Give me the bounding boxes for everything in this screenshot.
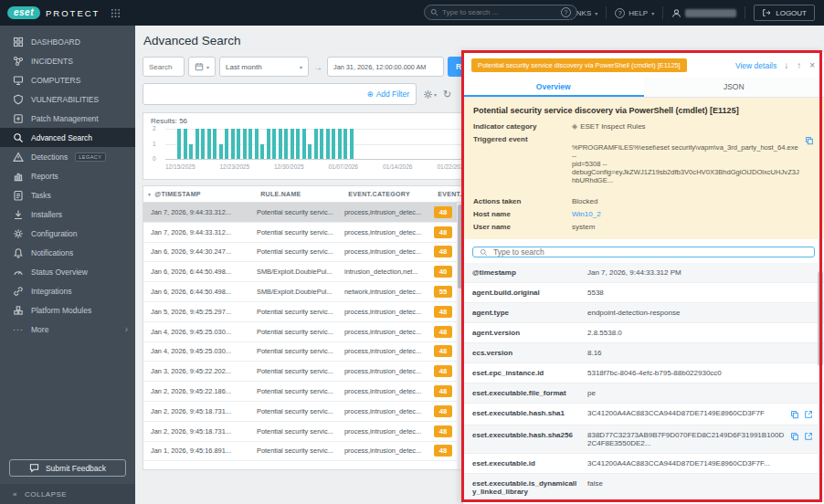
logout-button[interactable]: LOGOUT	[754, 5, 815, 21]
logout-icon	[762, 8, 771, 17]
table-row[interactable]: Jan 5, 2026, 9:45:25.297... Potential se…	[143, 302, 463, 322]
table-row[interactable]: Jan 4, 2026, 9:45:25.030... Potential se…	[143, 322, 463, 342]
attribute-row[interactable]: @timestamp Jan 7, 2026, 9:44:33.312 PM	[463, 263, 824, 283]
chart-bar	[184, 129, 187, 159]
column-header-rule-name[interactable]: RULE.NAME	[260, 191, 348, 197]
table-row[interactable]: Jan 6, 2026, 9:44:30.247... Potential se…	[143, 243, 463, 263]
collapse-button[interactable]: « COLLAPSE	[0, 484, 135, 504]
external-link-icon[interactable]	[803, 431, 813, 441]
attribute-row[interactable]: eset.executable.hash.sha256 838D77C32373…	[463, 425, 824, 454]
attribute-row[interactable]: agent.build.original 5538	[463, 283, 824, 303]
sidebar-item-tasks[interactable]: Tasks	[0, 185, 135, 205]
incidents-icon	[13, 56, 24, 67]
sidebar-item-installers[interactable]: Installers	[0, 205, 135, 224]
cell-timestamp: Jan 6, 2026, 6:44:50.498...	[151, 268, 257, 276]
attribute-value: 2.8.5538.0	[587, 329, 813, 337]
search-help-icon[interactable]: ?	[561, 7, 571, 17]
sidebar-item-computers[interactable]: COMPUTERS	[0, 70, 135, 89]
column-header-timestamp[interactable]: @TIMESTAMP	[154, 191, 260, 197]
app-grid-icon[interactable]	[111, 8, 121, 18]
attribute-row[interactable]: eset.executable.id 3C41200A4AC883CCA944D…	[463, 454, 824, 474]
end-date-field[interactable]	[327, 57, 444, 77]
sidebar-item-status-overview[interactable]: Status Overview	[0, 262, 135, 281]
sidebar-item-vulnerabilities[interactable]: VULNERABILITIES	[0, 89, 135, 109]
field-label: Host name	[473, 210, 572, 218]
table-row[interactable]: Jan 6, 2026, 6:44:50.498... SMB/Exploit.…	[143, 262, 463, 282]
attribute-row[interactable]: eset.executable.is_dynamically_linked_li…	[463, 474, 824, 502]
column-header-event-category[interactable]: EVENT.CATEGORY	[348, 191, 438, 197]
sidebar-item-dashboard[interactable]: DASHBOARD	[0, 32, 135, 51]
column-header-risk-score[interactable]: EVENT.RISK_SCOR...	[438, 191, 464, 197]
sidebar-item-label: INCIDENTS	[31, 57, 73, 66]
table-settings-button[interactable]: ▾	[423, 89, 437, 100]
sidebar-item-platform-modules[interactable]: Platform Modules	[0, 300, 135, 320]
external-link-icon[interactable]	[803, 409, 813, 419]
table-row[interactable]: Jan 2, 2026, 9:45:22.186... Potential se…	[143, 382, 463, 402]
refresh-button[interactable]: ↻	[443, 89, 451, 100]
sidebar-item-more[interactable]: ··· More ›	[0, 320, 135, 339]
calendar-dropdown[interactable]: ▾	[188, 57, 216, 77]
sidebar-item-patch-management[interactable]: Patch Management	[0, 109, 135, 128]
attribute-value: 8.16	[587, 349, 813, 357]
sidebar-item-configuration[interactable]: Configuration	[0, 224, 135, 243]
search-input[interactable]	[149, 63, 178, 71]
computers-icon	[13, 75, 24, 86]
attribute-row[interactable]: ecs.version 8.16	[463, 343, 824, 363]
user-menu[interactable]	[671, 8, 736, 18]
tab-overview[interactable]: Overview	[463, 78, 644, 97]
attribute-row[interactable]: agent.version 2.8.5538.0	[463, 323, 824, 343]
sidebar-item-reports[interactable]: Reports	[0, 166, 135, 185]
table-row[interactable]: Jan 2, 2026, 9:45:18.731... Potential se…	[143, 422, 463, 442]
table-row[interactable]: Jan 1, 2026, 9:45:16.891... Potential se…	[143, 442, 463, 462]
attribute-row[interactable]: eset.epc_instance.id 5318f7bc-8046-4efc-…	[463, 363, 824, 383]
table-row[interactable]: Jan 2, 2026, 9:45:18.731... Potential se…	[143, 402, 463, 422]
copy-icon[interactable]	[789, 431, 799, 441]
table-vertical-scrollbar[interactable]	[457, 203, 463, 469]
sidebar-item-integrations[interactable]: Integrations	[0, 281, 135, 300]
attribute-search-input[interactable]	[493, 247, 808, 257]
global-search-input[interactable]	[442, 8, 557, 16]
gear-icon	[13, 228, 24, 239]
cell-rule-name: Potential security servic...	[257, 228, 344, 236]
arrow-up-icon[interactable]: ↑	[796, 60, 802, 70]
chart-bar	[248, 129, 252, 159]
sidebar-item-detections[interactable]: Detections LEGACY	[0, 147, 135, 166]
detail-scrollbar[interactable]	[818, 231, 823, 500]
arrow-down-icon[interactable]: ↓	[783, 60, 789, 70]
host-name-link[interactable]: Win10_2	[572, 210, 601, 218]
sort-caret-icon[interactable]: ▼	[147, 192, 152, 197]
scrollbar-thumb[interactable]	[818, 271, 823, 366]
attribute-key: eset.executable.file_format	[472, 389, 587, 397]
scrollbar-thumb[interactable]	[458, 205, 462, 289]
copy-icon[interactable]	[789, 409, 799, 419]
filter-query-bar[interactable]: ⊕ Add Filter	[143, 83, 417, 105]
table-row[interactable]: Jan 3, 2026, 9:45:22.202... Potential se…	[143, 362, 463, 382]
attribute-row[interactable]: eset.executable.file_format pe	[463, 383, 824, 404]
filter-query-input[interactable]	[150, 90, 367, 99]
chart-bar	[320, 129, 323, 159]
attribute-search[interactable]	[472, 247, 815, 257]
table-row[interactable]: Jan 6, 2026, 6:44:50.498... SMB/Exploit.…	[143, 282, 463, 302]
dashboard-icon	[13, 37, 24, 47]
sidebar-item-notifications[interactable]: Notifications	[0, 243, 135, 262]
help-menu[interactable]: ? HELP ▾	[615, 8, 654, 18]
attribute-row[interactable]: eset.executable.hash.sha1 3C41200A4AC883…	[463, 404, 824, 425]
add-filter-button[interactable]: ⊕ Add Filter	[367, 89, 410, 99]
view-details-link[interactable]: View details	[735, 61, 776, 70]
sidebar-item-advanced-search[interactable]: Advanced Search	[0, 128, 135, 147]
tab-json[interactable]: JSON	[644, 78, 824, 97]
end-date-input[interactable]	[333, 63, 438, 71]
close-icon[interactable]: ×	[808, 60, 816, 70]
table-row[interactable]: Jan 7, 2026, 9:44:33.312... Potential se…	[143, 223, 463, 243]
cell-timestamp: Jan 2, 2026, 9:45:18.731...	[151, 427, 257, 436]
sidebar-item-incidents[interactable]: INCIDENTS	[0, 51, 135, 70]
search-field[interactable]	[143, 57, 185, 77]
attribute-key: eset.executable.id	[472, 459, 587, 467]
table-row[interactable]: Jan 7, 2026, 9:44:33.312... Potential se…	[143, 203, 463, 223]
submit-feedback-button[interactable]: Submit Feedback	[9, 459, 126, 477]
chart-bar	[302, 129, 306, 159]
time-range-select[interactable]: Last month ▾	[219, 57, 309, 77]
copy-icon[interactable]	[804, 135, 814, 145]
attribute-row[interactable]: agent.type endpoint-detection-response	[463, 303, 824, 323]
table-row[interactable]: Jan 4, 2026, 9:45:25.030... Potential se…	[143, 342, 463, 362]
